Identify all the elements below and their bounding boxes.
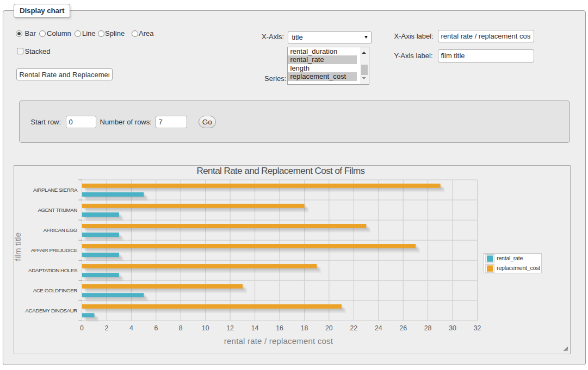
svg-text:28: 28: [424, 324, 431, 332]
svg-text:0: 0: [80, 324, 84, 332]
svg-text:ACADEMY DINOSAUR: ACADEMY DINOSAUR: [25, 308, 77, 313]
svg-text:rental rate / replacement cost: rental rate / replacement cost: [224, 336, 333, 346]
svg-text:AIRPLANE SIERRA: AIRPLANE SIERRA: [33, 187, 78, 193]
svg-text:16: 16: [276, 324, 283, 332]
svg-text:14: 14: [251, 324, 258, 332]
svg-text:ACE GOLDFINGER: ACE GOLDFINGER: [33, 287, 77, 293]
svg-text:20: 20: [325, 324, 333, 332]
svg-text:rental_rate: rental_rate: [497, 255, 523, 261]
svg-text:22: 22: [350, 324, 357, 332]
svg-text:10: 10: [201, 324, 209, 332]
svg-text:12: 12: [226, 324, 234, 332]
svg-text:4: 4: [129, 324, 133, 332]
svg-text:AFRICAN EGG: AFRICAN EGG: [43, 227, 77, 233]
svg-text:film title: film title: [14, 233, 22, 261]
svg-text:8: 8: [178, 324, 182, 332]
svg-text:18: 18: [300, 324, 308, 332]
svg-text:32: 32: [473, 324, 481, 332]
svg-text:26: 26: [399, 324, 407, 332]
svg-text:Rental Rate and Replacement Co: Rental Rate and Replacement Cost of Film…: [196, 166, 364, 176]
svg-text:AGENT TRUMAN: AGENT TRUMAN: [38, 207, 77, 213]
svg-text:AFFAIR PREJUDICE: AFFAIR PREJUDICE: [30, 247, 77, 253]
svg-text:30: 30: [449, 324, 456, 332]
svg-text:ADAPTATION HOLES: ADAPTATION HOLES: [28, 267, 78, 273]
svg-text:6: 6: [154, 324, 158, 332]
svg-text:replacement_cost: replacement_cost: [497, 265, 540, 271]
svg-text:2: 2: [104, 324, 108, 332]
svg-text:24: 24: [374, 324, 382, 332]
